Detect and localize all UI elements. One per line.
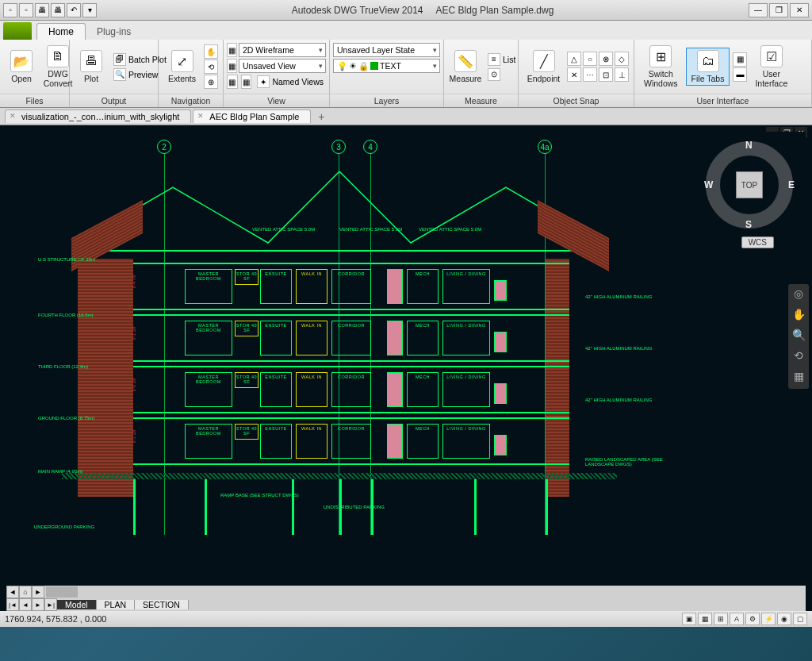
room-label: MASTER BEDROOM	[186, 373, 232, 384]
dwg-convert-icon: 🗎	[47, 45, 69, 67]
measure-button[interactable]: 📏 Measure	[449, 48, 482, 85]
layout-last-icon[interactable]: ►|	[44, 598, 57, 611]
drawing-canvas[interactable]: 2 3 4 4a VENTED ATTIC SPACE 5.0M VENTED …	[6, 132, 806, 621]
horizontal-scrollbar[interactable]: ◄ ⌂ ►	[6, 586, 806, 598]
endpoint-button[interactable]: ╱ Endpoint	[523, 48, 564, 85]
showmotion-icon[interactable]: ▦	[791, 370, 806, 386]
scroll-left-icon[interactable]: ◄	[6, 586, 19, 598]
zoom-tool-icon[interactable]: 🔍	[791, 329, 806, 344]
layout-tab-plan[interactable]: PLAN	[97, 600, 135, 609]
viewcube-south[interactable]: S	[745, 219, 752, 230]
plot-button[interactable]: 🖶 Plot	[75, 48, 108, 85]
annotation-scale-icon[interactable]: A	[730, 613, 744, 625]
layout-tab-model[interactable]: Model	[57, 600, 97, 609]
qat-print-icon[interactable]: 🖶	[51, 3, 65, 17]
named-views-button[interactable]: ✦Named Views	[255, 75, 326, 89]
hardware-accel-icon[interactable]: ⚡	[761, 613, 776, 625]
osnap-mid-icon[interactable]: △	[567, 52, 581, 66]
qat: ▫ ▫ 🖶 🖶 ↶ ▾	[3, 3, 97, 17]
panel-osnap-label: Object Snap	[519, 94, 634, 107]
clean-screen-icon[interactable]: ▢	[793, 613, 807, 625]
viewcube-top-face[interactable]: TOP	[736, 171, 763, 198]
workspace-switch-icon[interactable]: ⚙	[745, 613, 760, 625]
vp-icon[interactable]: ▦	[227, 75, 238, 89]
osnap-ext-icon[interactable]: ⋯	[583, 67, 597, 82]
osnap-ins-icon[interactable]: ⊡	[599, 67, 613, 82]
qat-dropdown-icon[interactable]: ▾	[82, 3, 97, 17]
minimize-button[interactable]: —	[749, 3, 768, 17]
panel-output-label[interactable]: Output	[70, 94, 158, 107]
model-paper-toggle[interactable]: ▣	[682, 613, 696, 625]
viewcube-north[interactable]: N	[745, 140, 753, 151]
osnap-center-icon[interactable]: ○	[583, 52, 597, 66]
grid-toggle-icon[interactable]: ▦	[698, 613, 712, 625]
osnap-perp-icon[interactable]: ⊥	[615, 67, 629, 82]
file-tab-1[interactable]: visualization_-_con…inium_with_skylight	[5, 110, 191, 123]
layer-dropdown[interactable]: 💡☀🔒TEXT	[333, 59, 440, 73]
id-button[interactable]: ⊙	[485, 67, 518, 82]
toolbar-icon[interactable]: ▦	[733, 52, 747, 67]
layout-next-icon[interactable]: ►	[32, 598, 44, 611]
orbit-icon[interactable]: ⟲	[204, 60, 218, 74]
open-button[interactable]: 📂 Open	[5, 48, 38, 85]
isolate-objects-icon[interactable]: ◉	[777, 613, 791, 625]
layer-name: TEXT	[380, 61, 401, 71]
wcs-dropdown[interactable]: WCS	[741, 236, 774, 248]
qat-new-icon[interactable]: ▫	[3, 3, 17, 17]
orbit-tool-icon[interactable]: ⟲	[791, 349, 806, 365]
layout-tab-section[interactable]: SECTION	[135, 600, 189, 609]
new-tab-button[interactable]: +	[312, 110, 330, 123]
doc-name: AEC Bldg Plan Sample.dwg	[436, 5, 554, 16]
scroll-home-icon[interactable]: ⌂	[19, 586, 32, 598]
railing-note: 42" HIGH ALUMINUM RAILING	[585, 294, 652, 299]
scroll-right-icon[interactable]: ►	[32, 586, 44, 598]
qat-plot-icon[interactable]: 🖶	[35, 3, 49, 17]
maximize-button[interactable]: ❐	[769, 3, 788, 17]
room-label: ENSUITE	[261, 321, 291, 328]
view-dropdown[interactable]: Unsaved View	[239, 59, 326, 73]
preview-icon: 🔍	[113, 68, 126, 81]
panel-nav-label: Navigation	[159, 94, 223, 107]
room-label: MASTER BEDROOM	[186, 425, 232, 436]
lightbulb-icon: 💡	[337, 61, 347, 71]
scroll-thumb[interactable]	[46, 586, 78, 598]
viewcube[interactable]: N S W E TOP	[706, 141, 793, 229]
statusbar-icon[interactable]: ▬	[733, 67, 747, 82]
steering-wheel-icon[interactable]: ◎	[791, 287, 806, 303]
close-button[interactable]: ✕	[790, 3, 809, 17]
visual-style-dropdown[interactable]: 2D Wireframe	[239, 43, 326, 57]
panel-layers-label[interactable]: Layers	[330, 94, 443, 107]
snap-toggle-icon[interactable]: ⊞	[714, 613, 728, 625]
app-menu-icon[interactable]	[3, 22, 32, 40]
qat-undo-icon[interactable]: ↶	[67, 3, 81, 17]
file-tab-2[interactable]: AEC Bldg Plan Sample	[193, 110, 311, 123]
room-label: MASTER BEDROOM	[186, 321, 232, 332]
zoom-icon[interactable]: ⊕	[204, 75, 218, 89]
file-tabs-button[interactable]: 🗂 File Tabs	[686, 48, 730, 86]
attic-label: VENTED ATTIC SPACE 5.0M	[252, 227, 315, 232]
list-button[interactable]: ≡List	[485, 52, 518, 67]
viewcube-west[interactable]: W	[704, 179, 713, 190]
tab-plugins[interactable]: Plug-ins	[86, 24, 142, 40]
qat-open-icon[interactable]: ▫	[19, 3, 33, 17]
layer-state-dropdown[interactable]: Unsaved Layer State	[333, 43, 440, 57]
tab-home[interactable]: Home	[36, 23, 86, 40]
file-tabs-icon: 🗂	[697, 50, 719, 72]
switch-windows-button[interactable]: ⊞ Switch Windows	[639, 44, 683, 90]
osnap-quad-icon[interactable]: ◇	[615, 52, 629, 66]
floor-label: U.S STRUCTURE OF 26m	[38, 257, 95, 262]
elevator	[494, 280, 507, 301]
viewcube-east[interactable]: E	[788, 179, 795, 190]
layout-first-icon[interactable]: |◄	[6, 598, 19, 611]
osnap-int-icon[interactable]: ✕	[567, 67, 581, 82]
user-interface-button[interactable]: ☑ User Interface	[750, 44, 792, 90]
underground-parking-label: UNDERGROUND PARKING	[34, 525, 94, 529]
ui-label: User Interface	[755, 69, 787, 88]
extents-button[interactable]: ⤢ Extents	[163, 48, 201, 85]
vp2-icon[interactable]: ▦	[241, 75, 252, 89]
pan-tool-icon[interactable]: ✋	[791, 308, 806, 324]
osnap-node-icon[interactable]: ⊗	[599, 52, 613, 66]
panel-view: ▦2D Wireframe ▦Unsaved View ▦▦✦Named Vie…	[224, 40, 330, 107]
pan-icon[interactable]: ✋	[204, 44, 218, 59]
layout-prev-icon[interactable]: ◄	[19, 598, 32, 611]
